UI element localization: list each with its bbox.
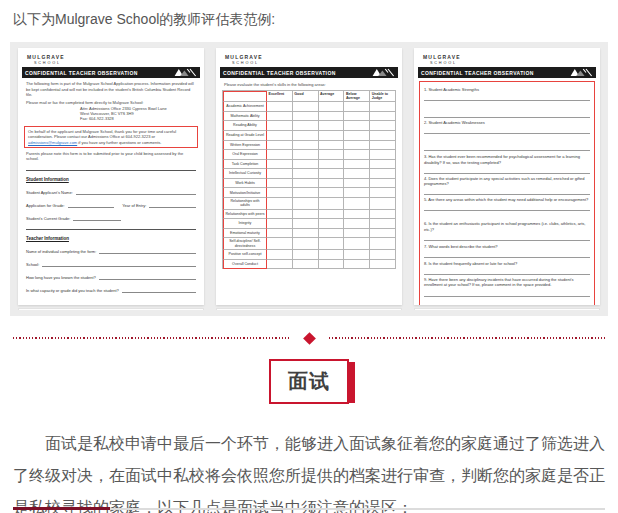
rating-cell — [344, 121, 370, 131]
form1-submit-note: Parents please note this form is to be s… — [26, 151, 196, 162]
thanks-text: if you have any further questions or com… — [77, 140, 161, 145]
answer-lines — [424, 92, 590, 118]
rating-cell — [319, 141, 345, 151]
divider-line-right — [329, 337, 606, 339]
rating-cell — [319, 131, 345, 141]
rating-cell — [293, 160, 319, 170]
bottom-gray-segment — [110, 508, 605, 510]
field-row: Application for Grade:Year of Entry: — [26, 203, 196, 208]
skill-label-cell: Self-discipline/ Self-directedness — [223, 238, 267, 250]
question-text: 5. Are there any areas within which the … — [424, 197, 590, 202]
rating-cell — [267, 150, 293, 160]
rating-cell — [344, 169, 370, 179]
grid-column-header: Good — [293, 91, 319, 103]
answer-lines — [424, 266, 590, 275]
evaluation-grid: ExcellentGoodAverageBelow AverageUnable … — [222, 90, 396, 270]
rating-cell — [319, 210, 345, 220]
address-line: Fax: 604-922-3328 — [80, 116, 200, 121]
rating-cell — [319, 112, 345, 122]
rating-cell — [370, 229, 396, 239]
rating-cell — [370, 160, 396, 170]
rating-cell — [344, 160, 370, 170]
rating-cell — [267, 112, 293, 122]
question-item: 7. What words best describe the student? — [424, 244, 590, 259]
question-text: 4. Does the student participate in any s… — [424, 176, 590, 186]
rating-cell — [267, 198, 293, 210]
skill-label-cell: Emotional maturity — [223, 229, 267, 239]
rating-cell — [267, 131, 293, 141]
grid-column-header: Unable to Judge — [370, 91, 396, 103]
answer-lines — [424, 125, 590, 152]
skill-label-cell: Relationships with adults — [223, 198, 267, 210]
rating-cell — [293, 260, 319, 270]
rating-cell — [370, 210, 396, 220]
field-row: Name of individual completing the form: — [26, 249, 196, 254]
field-label: How long have you known the student? — [26, 275, 96, 280]
rating-cell — [344, 179, 370, 189]
next-page-peek — [18, 308, 204, 310]
rating-cell — [370, 102, 396, 112]
rating-cell — [293, 198, 319, 210]
form-column-3: MULGRAVE SCHOOL CONFIDENTIAL TEACHER OBS… — [414, 48, 600, 310]
rating-cell — [370, 250, 396, 260]
blank-line — [122, 289, 196, 293]
next-page-peek — [414, 308, 600, 310]
rating-cell — [319, 250, 345, 260]
rating-cell — [293, 188, 319, 198]
mulgrave-logo-icon — [169, 68, 197, 77]
answer-lines — [424, 165, 590, 174]
rating-cell — [293, 238, 319, 250]
rating-cell — [293, 131, 319, 141]
rating-cell — [267, 250, 293, 260]
question-item: 1. Student Academic Strengths — [424, 87, 590, 118]
grid-column-header: Excellent — [267, 91, 293, 103]
rating-cell — [267, 238, 293, 250]
skill-label-cell: Oral Expression — [223, 150, 267, 160]
rating-cell — [344, 238, 370, 250]
section-divider — [13, 333, 605, 343]
blank-line — [149, 204, 196, 208]
form1-address-block: Attn: Admissions Office 2330 Cypress Bow… — [80, 106, 204, 122]
divider-line-left — [13, 337, 290, 339]
rating-cell — [370, 169, 396, 179]
rating-cell — [370, 179, 396, 189]
teacher-info-heading: Teacher Information — [26, 236, 196, 241]
rating-cell — [267, 188, 293, 198]
field-label: In what capacity or grade did you teach … — [26, 288, 119, 293]
answer-lines — [424, 186, 590, 195]
question-item: 9. Have there been any disciplinary inci… — [424, 277, 590, 300]
rating-cell — [319, 121, 345, 131]
question-item: 3. Has the student ever been recommended… — [424, 154, 590, 173]
rating-cell — [293, 219, 319, 229]
blank-line — [99, 250, 196, 254]
skill-label-cell: Reading at Grade Level — [223, 131, 267, 141]
skill-label-cell: Mathematic Ability — [223, 112, 267, 122]
section-title: 面试 — [269, 359, 349, 404]
field-row: How long have you known the student? — [26, 275, 196, 280]
teacher-observation-form-page-1: MULGRAVE SCHOOL CONFIDENTIAL TEACHER OBS… — [18, 48, 204, 305]
rating-cell — [293, 102, 319, 112]
question-text: 9. Have there been any disciplinary inci… — [424, 277, 590, 287]
field-label: Application for Grade: — [26, 203, 65, 208]
rating-cell — [344, 210, 370, 220]
form-banner: CONFIDENTIAL TEACHER OBSERVATION — [418, 67, 596, 78]
rating-cell — [344, 250, 370, 260]
blank-line — [99, 276, 196, 280]
teacher-observation-form-page-3: MULGRAVE SCHOOL CONFIDENTIAL TEACHER OBS… — [414, 48, 600, 305]
form2-instruction: Please evaluate the student's skills in … — [224, 82, 394, 87]
form1-intro-text: The following form is part of the Mulgra… — [26, 81, 196, 97]
rating-cell — [344, 188, 370, 198]
answer-lines — [424, 249, 590, 259]
thanks-text: On behalf of the applicant and Mulgrave … — [28, 129, 176, 139]
bottom-red-segment — [13, 507, 110, 510]
question-item: 2. Student Academic Weaknesses — [424, 120, 590, 152]
rating-cell — [267, 102, 293, 112]
field-label: Student's Current Grade: — [26, 216, 70, 221]
blank-line — [42, 263, 196, 267]
teacher-observation-form-page-2: MULGRAVE SCHOOL CONFIDENTIAL TEACHER OBS… — [216, 48, 402, 305]
form-banner-title: CONFIDENTIAL TEACHER OBSERVATION — [25, 70, 138, 76]
rating-cell — [344, 150, 370, 160]
student-info-heading: Student Information — [26, 177, 196, 182]
form-column-1: MULGRAVE SCHOOL CONFIDENTIAL TEACHER OBS… — [18, 48, 204, 310]
rating-cell — [267, 169, 293, 179]
